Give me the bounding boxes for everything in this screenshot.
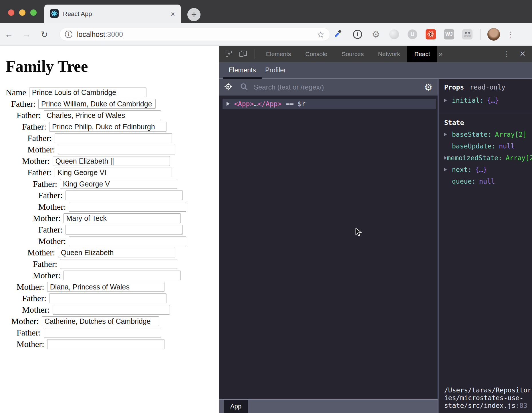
browser-tab[interactable]: React App × [44, 5, 181, 23]
father-name-input[interactable] [44, 110, 161, 120]
expand-arrow-icon[interactable] [444, 99, 447, 102]
devtools-tab-network[interactable]: Network [371, 46, 407, 62]
family-row-mother: Mother: [6, 156, 219, 166]
father-name-input[interactable] [65, 190, 183, 200]
settings-gear-icon[interactable]: ⚙ [424, 82, 432, 93]
kv-value: {…} [475, 166, 487, 173]
father-name-input[interactable] [44, 328, 161, 337]
kv-row-next[interactable]: next:{…} [444, 166, 532, 173]
search-input[interactable] [254, 83, 424, 91]
mother-label: Mother: [33, 271, 61, 280]
bookmark-star-icon[interactable]: ☆ [317, 29, 325, 39]
father-name-input[interactable] [38, 99, 156, 109]
devtools-close-icon[interactable]: ✕ [519, 49, 526, 58]
window-zoom-button[interactable] [30, 9, 37, 16]
mother-label: Mother: [27, 248, 55, 257]
wj-extension-icon[interactable]: WJ [440, 29, 458, 39]
father-name-input[interactable] [55, 168, 172, 177]
family-row-mother: Mother: [6, 282, 219, 292]
react-devtools-extension-icon[interactable] [422, 29, 440, 39]
kv-row-baseState[interactable]: baseState:Array[2] [444, 131, 532, 138]
kv-row-memoizedState[interactable]: memoizedState:Array[2] [444, 154, 532, 162]
mother-label: Mother: [17, 282, 44, 292]
expand-arrow-icon[interactable] [444, 168, 447, 171]
inspect-element-icon[interactable] [225, 50, 233, 58]
close-tag: </App> [258, 100, 281, 108]
window-minimize-button[interactable] [19, 9, 25, 16]
expand-arrow-icon[interactable] [444, 133, 447, 136]
mother-name-input[interactable] [69, 202, 186, 212]
breadcrumb-app[interactable]: App [224, 400, 248, 413]
devtools-panel: ElementsConsoleSourcesNetworkReact » ⋮ ✕… [219, 46, 532, 413]
forward-button-icon[interactable]: → [18, 29, 35, 39]
search-icon [240, 83, 248, 92]
site-info-icon[interactable]: i [65, 31, 72, 38]
browser-toolbar: ← → ↻ i localhost:3000 ☆ ⚙ U WJ ember ⋮ [0, 23, 532, 46]
source-file-path[interactable]: /Users/taras/Repositories/microstates-us… [444, 386, 531, 410]
kv-value: Array[2] [506, 154, 532, 162]
url-text[interactable]: localhost:3000 [77, 30, 123, 39]
eyedropper-extension-icon[interactable] [330, 29, 348, 39]
address-bar[interactable]: i localhost:3000 ☆ [59, 28, 330, 41]
u-extension-icon[interactable]: U [403, 29, 422, 39]
mother-name-input[interactable] [63, 271, 181, 280]
mother-name-input[interactable] [63, 213, 181, 223]
back-button-icon[interactable]: ← [0, 29, 18, 39]
family-row-father: Father: [6, 225, 219, 235]
father-name-input[interactable] [60, 179, 177, 189]
kv-value: {…} [487, 97, 499, 104]
devtools-tab-react[interactable]: React [407, 46, 437, 62]
new-tab-button[interactable]: + [187, 8, 201, 21]
mother-name-input[interactable] [69, 236, 186, 246]
swirl-extension-icon[interactable] [385, 29, 403, 39]
kv-row-initial[interactable]: initial:{…} [444, 97, 532, 104]
mother-name-input[interactable] [53, 305, 170, 315]
family-row-father: Father: [6, 133, 219, 143]
root-name-input[interactable] [29, 88, 146, 97]
father-name-input[interactable] [60, 259, 177, 269]
family-row-mother: Mother: [6, 305, 219, 315]
devtools-tab-sources[interactable]: Sources [335, 46, 371, 62]
breadcrumb-bar: App [219, 399, 438, 413]
reload-button-icon[interactable]: ↻ [35, 29, 53, 39]
more-tabs-icon[interactable]: » [439, 50, 443, 58]
mother-name-input[interactable] [47, 339, 164, 349]
window-close-button[interactable] [8, 9, 14, 16]
kv-key: memoizedState: [447, 154, 502, 162]
family-row-father: Father: [6, 179, 219, 189]
father-name-input[interactable] [49, 293, 166, 303]
tab-title: React App [63, 10, 92, 18]
devtools-tab-elements[interactable]: Elements [259, 46, 298, 62]
mother-name-input[interactable] [58, 248, 175, 257]
father-name-input[interactable] [49, 122, 166, 132]
kv-value: null [499, 142, 515, 150]
expand-arrow-icon[interactable] [444, 156, 447, 160]
mother-name-input[interactable] [58, 145, 175, 154]
browser-menu-icon[interactable]: ⋮ [505, 30, 516, 39]
devtools-tab-console[interactable]: Console [298, 46, 335, 62]
father-label: Father: [22, 122, 46, 132]
locate-icon[interactable] [224, 82, 233, 92]
onepassword-extension-icon[interactable] [348, 30, 367, 39]
expand-arrow-icon[interactable] [227, 102, 230, 106]
father-name-input[interactable] [65, 225, 183, 235]
devtools-menu-icon[interactable]: ⋮ [503, 50, 510, 58]
tab-close-icon[interactable]: × [171, 10, 175, 18]
mother-name-input[interactable] [42, 316, 159, 326]
bug-extension-icon[interactable]: ⚙ [367, 29, 385, 40]
device-toolbar-icon[interactable] [239, 50, 248, 58]
react-panel-tab-elements[interactable]: Elements [224, 62, 261, 78]
father-label: Father: [27, 168, 52, 177]
profile-avatar[interactable] [487, 28, 500, 41]
tree-row-app[interactable]: <App>…</App> == $r [223, 99, 436, 109]
mother-name-input[interactable] [47, 282, 164, 292]
kv-row-queue: queue:null [444, 178, 532, 185]
mother-name-input[interactable] [53, 156, 170, 166]
ember-extension-icon[interactable]: ember [458, 29, 477, 39]
mother-label: Mother: [11, 316, 39, 326]
react-elements-pane: ⚙ <App>…</App> == $r App [219, 79, 438, 413]
family-row-father: Father: [6, 168, 219, 177]
family-tree-form: NameFather:Father:Father:Father:Mother:M… [6, 88, 219, 349]
react-panel-tab-profiler[interactable]: Profiler [261, 62, 291, 78]
father-name-input[interactable] [55, 133, 172, 143]
